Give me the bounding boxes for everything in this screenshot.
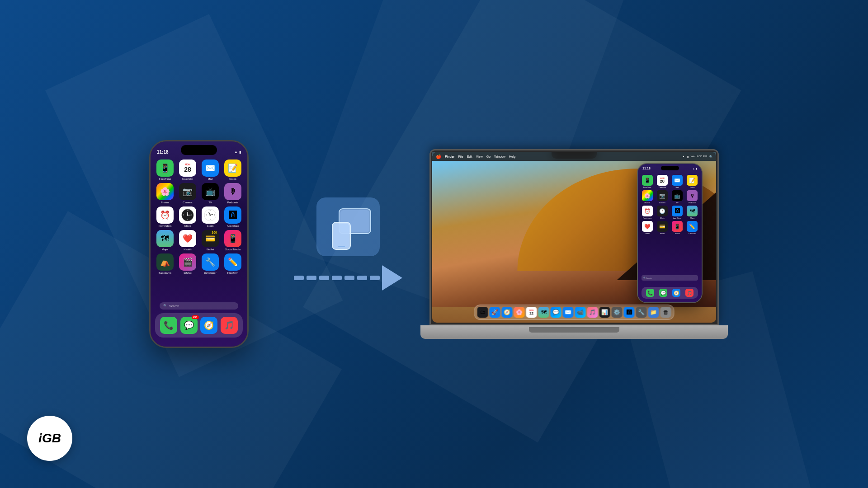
mini-reminders[interactable]: ⏰ Reminders bbox=[641, 206, 654, 219]
app-photos[interactable]: 🌸 Photos bbox=[155, 183, 175, 204]
camera-label: Camera bbox=[183, 201, 192, 204]
app-clock[interactable]: 12 3 6 9 Clock bbox=[178, 206, 198, 227]
mini-tv[interactable]: 📺 TV bbox=[671, 190, 684, 204]
dock-finder[interactable]: 🗂 bbox=[477, 307, 488, 318]
mini-facetime-icon: 📱 bbox=[642, 175, 653, 186]
health-icon: ❤️ bbox=[179, 230, 196, 247]
dock-settings-mac[interactable]: ⚙️ bbox=[612, 307, 623, 318]
mini-maps[interactable]: 🗺 Maps bbox=[686, 206, 699, 219]
dock-trash-mac[interactable]: 🗑 bbox=[660, 307, 671, 318]
mini-appstore-icon: 🅰 bbox=[672, 206, 683, 216]
menu-view[interactable]: View bbox=[476, 155, 483, 158]
iphone-time: 11:18 bbox=[157, 150, 169, 155]
mirroring-status-icons: ▲ ▮ bbox=[693, 167, 697, 170]
mini-camera[interactable]: 📷 Camera bbox=[656, 190, 669, 204]
dock-photos-mac[interactable]: 🌸 bbox=[514, 307, 525, 318]
mail-label: Mail bbox=[208, 178, 212, 180]
app-wallet[interactable]: 100 💳 Wallet bbox=[200, 230, 220, 251]
dock-messages-mac[interactable]: 💬 bbox=[551, 307, 561, 318]
dock-appstore-mac[interactable]: 🅰 bbox=[624, 307, 635, 318]
app-camera[interactable]: 📷 Camera bbox=[178, 183, 198, 204]
podcasts-label: Podcasts bbox=[227, 201, 239, 204]
mini-calendar[interactable]: MON 28 Calendar bbox=[656, 175, 669, 188]
mini-notes[interactable]: 📝 Notes bbox=[686, 175, 699, 188]
dock-maps-mac[interactable]: 🗺 bbox=[538, 307, 549, 318]
mini-clock[interactable]: 🕐 Clock bbox=[656, 206, 669, 219]
mini-dock-phone[interactable]: 📞 bbox=[646, 289, 654, 297]
mini-photos[interactable]: 🌸 Photos bbox=[641, 190, 654, 204]
menu-window[interactable]: Window bbox=[494, 155, 505, 158]
app-developer[interactable]: 🔧 Developer bbox=[200, 253, 220, 274]
app-tv[interactable]: 📺 TV bbox=[200, 183, 220, 204]
app-podcasts[interactable]: 🎙 Podcasts bbox=[223, 183, 243, 204]
mini-social-label: Social bbox=[675, 232, 680, 235]
mirroring-search-text: Search bbox=[646, 277, 652, 279]
messages-icon: 💬 451 bbox=[180, 317, 198, 334]
battery-icon: ▮ bbox=[239, 150, 241, 154]
dock-prefs-mac[interactable]: 🔧 bbox=[636, 307, 647, 318]
app-freeform[interactable]: ✏️ Freeform bbox=[223, 253, 243, 274]
dock-launchpad[interactable]: 🚀 bbox=[490, 307, 500, 318]
macos-desktop: 🍎 Finder File Edit View Go Window Help ▲ bbox=[432, 152, 716, 323]
mini-mail[interactable]: ✉️ Mail bbox=[671, 175, 684, 188]
inshot-icon: 🎬 bbox=[179, 253, 196, 271]
mirroring-battery: ▮ bbox=[696, 167, 697, 170]
apple-menu[interactable]: 🍎 bbox=[436, 154, 441, 159]
dash-3 bbox=[319, 276, 329, 280]
dock-music-mac[interactable]: 🎵 bbox=[587, 307, 598, 318]
mini-podcasts[interactable]: 🎙 Podcasts bbox=[686, 190, 699, 204]
battery-menu-icon: ▮ bbox=[687, 155, 689, 158]
dock-phone[interactable]: 📞 bbox=[160, 317, 177, 334]
menu-file[interactable]: File bbox=[458, 155, 463, 158]
dock-folder-mac[interactable]: 📁 bbox=[648, 307, 659, 318]
app-maps[interactable]: 🗺 Maps bbox=[155, 230, 175, 251]
dock-facetime-mac[interactable]: 📹 bbox=[575, 307, 586, 318]
dock-safari-mac[interactable]: 🧭 bbox=[502, 307, 513, 318]
menu-help[interactable]: Help bbox=[509, 155, 515, 158]
mini-wallet[interactable]: 💳 Wallet bbox=[656, 221, 669, 235]
app-reminders[interactable]: ⏰ Reminders bbox=[155, 206, 175, 227]
mirroring-screen: 11:18 ▲ ▮ 📱 bbox=[638, 164, 702, 302]
mini-health[interactable]: ❤️ Health bbox=[641, 221, 654, 235]
mini-social[interactable]: 📱 Social bbox=[671, 221, 684, 235]
mini-dock-messages[interactable]: 💬 bbox=[659, 289, 667, 297]
freeform-icon: ✏️ bbox=[224, 253, 241, 271]
mini-facetime[interactable]: 📱 FaceTime bbox=[641, 175, 654, 188]
mini-dock-safari[interactable]: 🧭 bbox=[672, 289, 680, 297]
maps-label: Maps bbox=[162, 248, 169, 251]
dock-calendar-mac[interactable]: MON 12 bbox=[526, 307, 537, 318]
menu-edit[interactable]: Edit bbox=[467, 155, 472, 158]
reminders-label: Reminders bbox=[158, 225, 171, 227]
iphone-device: 11:18 ▲ ▮ 📱 FaceTime MON bbox=[149, 140, 249, 348]
app-facetime[interactable]: 📱 FaceTime bbox=[155, 160, 175, 180]
app-clock2[interactable]: 12 3 6 9 Clock bbox=[200, 206, 220, 227]
clock2-icon: 12 3 6 9 bbox=[202, 206, 219, 224]
mirroring-search[interactable]: 🔍 Search bbox=[642, 275, 698, 281]
menu-go[interactable]: Go bbox=[486, 155, 491, 158]
appstore-label: App Store bbox=[227, 225, 239, 227]
app-basecamp[interactable]: ⛺ Basecamp bbox=[155, 253, 175, 274]
dock-music[interactable]: 🎵 bbox=[221, 317, 238, 334]
app-calendar[interactable]: MON 28 Calendar bbox=[178, 160, 198, 180]
macos-dock: 🗂 🚀 🧭 🌸 MON 12 🗺 💬 ✉️ 📹 bbox=[474, 305, 675, 320]
app-appstore[interactable]: 🅰 App Store bbox=[223, 206, 243, 227]
iphone-app-grid: 📱 FaceTime MON 28 Calendar ✉️ Mail bbox=[151, 158, 247, 276]
app-social[interactable]: 📱 Social Media bbox=[223, 230, 243, 251]
arrow-head bbox=[382, 265, 402, 291]
mini-dock-music[interactable]: 🎵 bbox=[685, 289, 693, 297]
dock-safari[interactable]: 🧭 bbox=[200, 317, 217, 334]
app-inshot[interactable]: 🎬 InShot bbox=[178, 253, 198, 274]
mini-freeform[interactable]: ✏️ Freeform bbox=[686, 221, 699, 235]
dock-mail-mac[interactable]: ✉️ bbox=[563, 307, 574, 318]
dock-numbers-mac[interactable]: 📊 bbox=[599, 307, 610, 318]
app-notes[interactable]: 📝 Notes bbox=[223, 160, 243, 180]
app-health[interactable]: ❤️ Health bbox=[178, 230, 198, 251]
app-mail[interactable]: ✉️ Mail bbox=[200, 160, 220, 180]
search-menu-icon[interactable]: 🔍 bbox=[709, 155, 712, 158]
menu-finder[interactable]: Finder bbox=[445, 155, 454, 158]
macbook-device: 🍎 Finder File Edit View Go Window Help ▲ bbox=[429, 149, 719, 339]
mini-appstore[interactable]: 🅰 App Store bbox=[671, 206, 684, 219]
iphone-search-bar[interactable]: 🔍 Search bbox=[160, 302, 238, 310]
notes-label: Notes bbox=[229, 178, 236, 180]
dock-messages[interactable]: 💬 451 bbox=[180, 317, 198, 334]
